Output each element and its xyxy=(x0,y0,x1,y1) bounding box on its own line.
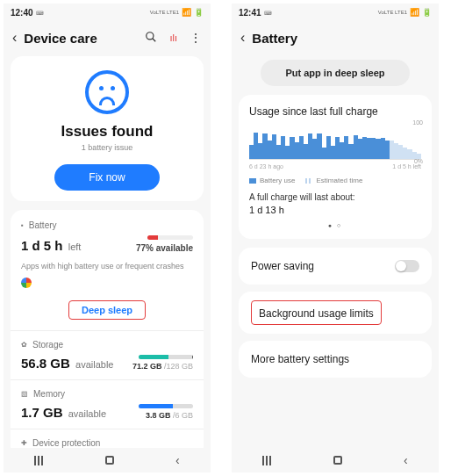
nav-bar: ‹ xyxy=(232,448,439,472)
storage-used: 71.2 GB /128 GB xyxy=(132,362,193,371)
power-saving-row[interactable]: Power saving xyxy=(239,248,432,285)
battery-small-icon: ▪ xyxy=(21,221,24,229)
chart-y-top: 100 xyxy=(412,119,423,126)
device-protection-label: Device protection xyxy=(32,438,100,448)
legend-battery-label: Battery use xyxy=(260,177,295,184)
sad-face-icon xyxy=(85,70,129,114)
memory-used: 3.8 GB /6 GB xyxy=(146,411,193,420)
nav-home-button[interactable] xyxy=(333,456,342,465)
search-icon[interactable] xyxy=(145,31,157,46)
power-saving-label: Power saving xyxy=(251,260,314,272)
phone-device-care: 12:40 ⌨ VoLTE LTE1 📶 🔋 ‹ Device care ılı… xyxy=(4,4,211,472)
legend-swatch-battery xyxy=(249,178,256,184)
issues-subtitle: 1 battery issue xyxy=(82,143,133,152)
signal-strength-icon[interactable]: ılı xyxy=(169,32,177,43)
storage-section[interactable]: ✿ Storage xyxy=(21,340,193,350)
usage-chart[interactable]: 100 0% 6 d 23 h ago 1 d 5 h left xyxy=(249,123,421,169)
full-charge-text: A full charge will last about: 1 d 13 h xyxy=(249,191,421,217)
deep-sleep-button[interactable]: Deep sleep xyxy=(68,300,146,320)
battery-label: Battery xyxy=(29,220,57,230)
legend-swatch-est xyxy=(305,178,312,184)
background-usage-limits-row[interactable]: Background usage limits xyxy=(239,292,432,334)
issues-card: Issues found 1 battery issue Fix now xyxy=(11,56,204,201)
battery-bar xyxy=(147,235,193,240)
nav-recent-button[interactable] xyxy=(34,456,43,465)
carrier-label: VoLTE LTE1 xyxy=(378,10,407,15)
keyboard-icon: ⌨ xyxy=(264,10,272,16)
more-battery-settings-row[interactable]: More battery settings xyxy=(239,341,432,378)
battery-icon: 🔋 xyxy=(422,8,432,17)
status-time: 12:40 xyxy=(11,8,33,18)
phone-battery: 12:41 ⌨ VoLTE LTE1 📶 🔋 ‹ Battery Put app… xyxy=(232,4,439,472)
issues-title: Issues found xyxy=(61,123,154,141)
battery-time: 1 d 5 h left xyxy=(21,238,81,253)
battery-icon: 🔋 xyxy=(194,8,204,17)
signal-icon: 📶 xyxy=(410,8,419,17)
divider xyxy=(11,379,204,380)
header: ‹ Device care ılı ⋮ xyxy=(4,21,211,56)
usage-title: Usage since last full charge xyxy=(249,105,421,118)
nav-back-button[interactable]: ‹ xyxy=(404,453,408,467)
memory-bar xyxy=(139,404,193,408)
carrier-label: VoLTE LTE1 xyxy=(150,10,179,15)
back-icon[interactable]: ‹ xyxy=(12,30,17,46)
back-icon[interactable]: ‹ xyxy=(240,30,245,46)
background-usage-limits-label: Background usage limits xyxy=(251,300,382,325)
chart-y-bot: 0% xyxy=(414,158,423,164)
nav-back-button[interactable]: ‹ xyxy=(175,453,180,467)
page-title: Battery xyxy=(252,31,430,46)
storage-value: 56.8 GB available xyxy=(21,356,113,371)
stats-card: ▪ Battery 1 d 5 h left 77% available App… xyxy=(11,210,204,458)
storage-small-icon: ✿ xyxy=(21,341,27,349)
status-bar: 12:41 ⌨ VoLTE LTE1 📶 🔋 xyxy=(232,4,439,21)
storage-label: Storage xyxy=(32,340,63,350)
put-app-deep-sleep-button[interactable]: Put app in deep sleep xyxy=(261,60,410,86)
divider xyxy=(11,330,204,331)
status-bar: 12:40 ⌨ VoLTE LTE1 📶 🔋 xyxy=(4,4,211,21)
page-title: Device care xyxy=(24,31,138,46)
keyboard-icon: ⌨ xyxy=(36,10,44,16)
status-time: 12:41 xyxy=(239,8,261,18)
chart-x-left: 6 d 23 h ago xyxy=(249,163,283,169)
usage-card: Usage since last full charge 100 0% 6 d … xyxy=(239,95,432,239)
divider xyxy=(11,429,204,429)
legend-est-label: Estimated time xyxy=(316,177,362,184)
shield-icon: ✚ xyxy=(21,439,27,447)
memory-value: 1.7 GB available xyxy=(21,405,106,420)
chart-legend: Battery use Estimated time xyxy=(249,177,421,184)
fix-now-button[interactable]: Fix now xyxy=(54,164,160,191)
battery-section[interactable]: ▪ Battery xyxy=(21,220,193,230)
nav-bar: ‹ xyxy=(4,448,211,472)
header: ‹ Battery xyxy=(232,21,439,56)
memory-label: Memory xyxy=(33,389,65,399)
storage-bar xyxy=(139,355,193,359)
svg-point-0 xyxy=(147,32,154,39)
more-icon[interactable]: ⋮ xyxy=(190,31,202,45)
signal-icon: 📶 xyxy=(182,8,191,17)
app-chrome-icon xyxy=(21,276,193,292)
pager-dots[interactable]: ● ○ xyxy=(249,222,421,228)
chart-x-right: 1 d 5 h left xyxy=(392,163,421,169)
power-saving-toggle[interactable] xyxy=(395,260,419,272)
battery-note: Apps with high battery use or frequent c… xyxy=(21,262,193,270)
nav-recent-button[interactable] xyxy=(262,456,271,465)
memory-small-icon: ▧ xyxy=(21,390,28,398)
more-battery-label: More battery settings xyxy=(251,353,349,365)
nav-home-button[interactable] xyxy=(105,456,114,465)
battery-available: 77% available xyxy=(136,243,193,253)
svg-line-1 xyxy=(153,38,156,41)
device-protection-section[interactable]: ✚ Device protection xyxy=(21,438,193,448)
memory-section[interactable]: ▧ Memory xyxy=(21,389,193,399)
